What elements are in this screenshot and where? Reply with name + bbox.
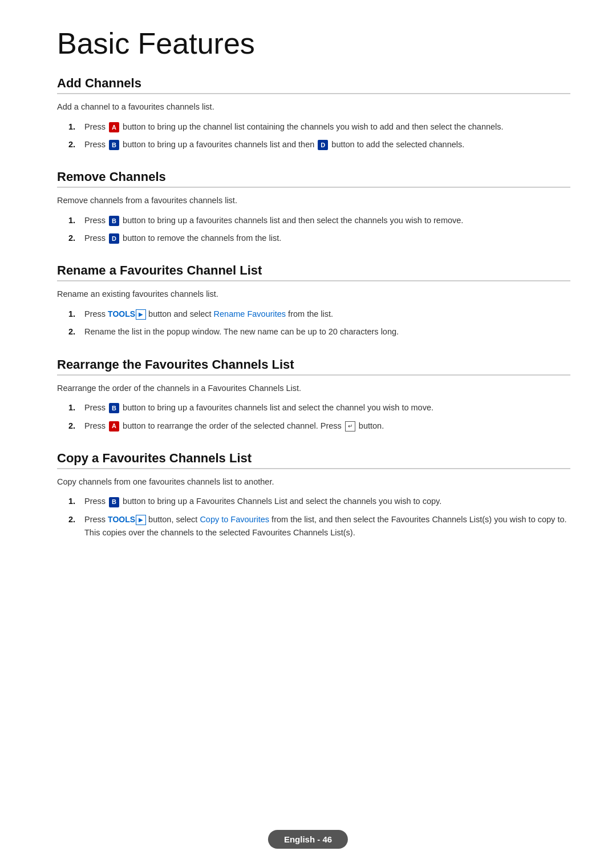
section-title-remove-channels: Remove Channels <box>57 170 570 188</box>
enter-button-icon: ↵ <box>345 421 355 432</box>
steps-list-rename-favourites: 1.Press TOOLS▶ button and select Rename … <box>57 308 570 338</box>
blue-button-icon: B <box>109 403 119 413</box>
step-number: 2. <box>68 513 80 526</box>
step-number: 1. <box>68 214 80 227</box>
section-title-rearrange-favourites: Rearrange the Favourites Channels List <box>57 357 570 376</box>
list-item: 1.Press B button to bring up a Favourite… <box>68 495 570 508</box>
section-title-add-channels: Add Channels <box>57 76 570 94</box>
step-text: Press B button to bring up a favourites … <box>84 214 570 227</box>
section-copy-favourites: Copy a Favourites Channels ListCopy chan… <box>57 451 570 539</box>
step-number: 2. <box>68 138 80 151</box>
blue-button-icon: B <box>109 140 119 150</box>
step-number: 1. <box>68 495 80 508</box>
step-number: 1. <box>68 401 80 414</box>
list-item: 2.Press A button to rearrange the order … <box>68 420 570 433</box>
section-intro-rearrange-favourites: Rearrange the order of the channels in a… <box>57 382 570 395</box>
page-footer: English - 46 <box>268 830 348 849</box>
step-text: Press TOOLS▶ button, select Copy to Favo… <box>84 513 570 539</box>
tools-icon: ▶ <box>136 309 146 320</box>
list-item: 2.Press D button to remove the channels … <box>68 232 570 245</box>
section-add-channels: Add ChannelsAdd a channel to a favourite… <box>57 76 570 151</box>
step-text: Press D button to remove the channels fr… <box>84 232 570 245</box>
step-number: 2. <box>68 420 80 433</box>
blue-button-icon: B <box>109 216 119 226</box>
step-number: 2. <box>68 325 80 338</box>
step-text: Press B button to bring up a favourites … <box>84 401 570 414</box>
section-title-rename-favourites: Rename a Favourites Channel List <box>57 263 570 281</box>
list-item: 1.Press TOOLS▶ button and select Rename … <box>68 308 570 321</box>
steps-list-copy-favourites: 1.Press B button to bring up a Favourite… <box>57 495 570 539</box>
menu-link[interactable]: Rename Favourites <box>214 309 286 318</box>
sections-container: Add ChannelsAdd a channel to a favourite… <box>57 76 570 539</box>
tools-label: TOOLS <box>108 309 135 318</box>
steps-list-add-channels: 1.Press A button to bring up the channel… <box>57 120 570 151</box>
section-rearrange-favourites: Rearrange the Favourites Channels ListRe… <box>57 357 570 433</box>
step-number: 1. <box>68 120 80 134</box>
section-remove-channels: Remove ChannelsRemove channels from a fa… <box>57 170 570 245</box>
blue-button-icon: D <box>318 140 328 150</box>
step-text: Press B button to bring up a favourites … <box>84 138 570 151</box>
list-item: 2.Press TOOLS▶ button, select Copy to Fa… <box>68 513 570 539</box>
menu-link[interactable]: Copy to Favourites <box>200 515 269 524</box>
blue-button-icon: B <box>109 497 119 507</box>
tools-label: TOOLS <box>108 515 135 524</box>
step-text: Press A button to rearrange the order of… <box>84 420 570 433</box>
section-intro-add-channels: Add a channel to a favourites channels l… <box>57 101 570 114</box>
step-text: Press B button to bring up a Favourites … <box>84 495 570 508</box>
step-text: Press TOOLS▶ button and select Rename Fa… <box>84 308 570 321</box>
tools-icon: ▶ <box>136 515 146 525</box>
step-text: Rename the list in the popup window. The… <box>84 325 570 338</box>
section-intro-rename-favourites: Rename an existing favourites channels l… <box>57 288 570 301</box>
step-text: Press A button to bring up the channel l… <box>84 120 570 134</box>
step-number: 1. <box>68 308 80 321</box>
list-item: 2.Press B button to bring up a favourite… <box>68 138 570 151</box>
blue-button-icon: D <box>109 233 119 244</box>
page-content: Basic Features Add ChannelsAdd a channel… <box>0 0 616 615</box>
page-title: Basic Features <box>57 27 570 60</box>
list-item: 1.Press B button to bring up a favourite… <box>68 214 570 227</box>
list-item: 1.Press B button to bring up a favourite… <box>68 401 570 414</box>
step-number: 2. <box>68 232 80 245</box>
red-button-icon: A <box>109 421 119 432</box>
section-title-copy-favourites: Copy a Favourites Channels List <box>57 451 570 469</box>
steps-list-remove-channels: 1.Press B button to bring up a favourite… <box>57 214 570 245</box>
list-item: 2.Rename the list in the popup window. T… <box>68 325 570 338</box>
section-intro-copy-favourites: Copy channels from one favourites channe… <box>57 476 570 489</box>
section-intro-remove-channels: Remove channels from a favourites channe… <box>57 195 570 207</box>
tools-button: TOOLS▶ <box>108 515 146 524</box>
list-item: 1.Press A button to bring up the channel… <box>68 120 570 134</box>
red-button-icon: A <box>109 122 119 132</box>
tools-button: TOOLS▶ <box>108 309 146 318</box>
section-rename-favourites: Rename a Favourites Channel ListRename a… <box>57 263 570 338</box>
steps-list-rearrange-favourites: 1.Press B button to bring up a favourite… <box>57 401 570 432</box>
